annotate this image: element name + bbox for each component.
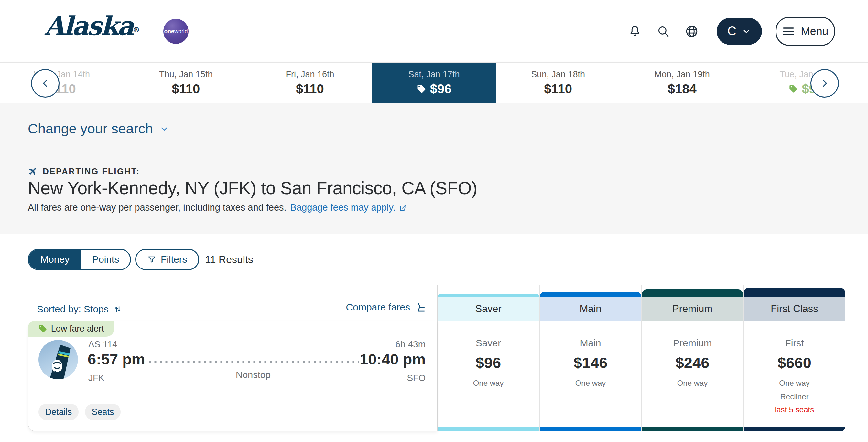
notifications-button[interactable]: [627, 24, 642, 39]
search-icon: [656, 25, 670, 38]
fare-price: $660: [777, 354, 811, 372]
funnel-icon: [147, 255, 156, 264]
chevron-left-icon: [40, 78, 51, 89]
premium-bottom-bar: [642, 427, 743, 431]
globe-icon: [685, 24, 699, 38]
fare-price: $96: [476, 354, 501, 372]
date-price: $110: [172, 82, 200, 96]
date-label: Sun, Jan 18th: [531, 69, 585, 79]
first-class-bottom-bar: [744, 427, 845, 431]
fare-price: $246: [676, 354, 710, 372]
results-count: 11 Results: [205, 249, 253, 270]
saver-bottom-bar: [438, 427, 539, 431]
chevron-right-icon: [819, 78, 830, 89]
departure-time: 6:57 pm: [88, 350, 145, 368]
fare-cell-premium[interactable]: Premium $246 One way: [642, 321, 743, 427]
arrival-airport: SFO: [407, 373, 426, 383]
flight-card: Low fare alert AS 114 6:57 pm JFK Nonsto…: [28, 321, 437, 431]
fare-column-saver: Saver Saver $96 One way: [437, 285, 539, 431]
baggage-fees-link[interactable]: Baggage fees may apply.: [290, 202, 407, 213]
previous-dates-button[interactable]: [31, 69, 60, 98]
column-header-first-class: First Class: [744, 297, 845, 321]
column-header-main: Main: [540, 297, 641, 321]
tag-icon: [416, 84, 426, 94]
fare-column-main: Main Main $146 One way: [539, 285, 641, 431]
fare-column-first-class: First Class First $660 One way Recliner …: [743, 285, 845, 431]
flight-results-page: Alaska® oneworld: [0, 0, 868, 442]
fare-cell-saver[interactable]: Saver $96 One way: [438, 321, 539, 427]
date-cell-tue-jan-20[interactable]: Tue, Jan 20th $96: [744, 63, 868, 103]
change-search-label: Change your search: [28, 121, 153, 137]
fare-note: All fares are one-way per passenger, inc…: [28, 202, 407, 213]
details-button[interactable]: Details: [38, 404, 79, 420]
header-actions: C Menu: [627, 0, 835, 62]
tag-icon: [789, 84, 798, 93]
search-button[interactable]: [656, 24, 671, 39]
language-button[interactable]: [684, 24, 699, 39]
date-cell-mon-jan-19[interactable]: Mon, Jan 19th $184: [620, 63, 744, 103]
fare-cell-first-class[interactable]: First $660 One way Recliner last 5 seats: [744, 321, 845, 427]
menu-label: Menu: [801, 25, 828, 37]
fare-note-label: One way: [677, 379, 708, 388]
flight-number: AS 114: [88, 339, 117, 349]
arrival-time: 10:40 pm: [360, 350, 426, 368]
column-header-premium: Premium: [642, 297, 743, 321]
chevron-down-icon: [159, 124, 169, 134]
departure-airport: JFK: [88, 373, 104, 383]
low-fare-alert-badge: Low fare alert: [28, 321, 115, 337]
first-class-accent-cap: [744, 287, 845, 297]
compare-fares-link[interactable]: Compare fares: [346, 302, 426, 313]
fare-cabin-label: Recliner: [780, 392, 808, 401]
date-label: Fri, Jan 16th: [285, 69, 334, 79]
alaska-logo[interactable]: Alaska®: [44, 13, 140, 39]
stops-label: Nonstop: [147, 370, 359, 380]
column-header-saver: Saver: [438, 297, 539, 321]
logo-registered-mark: ®: [133, 26, 140, 34]
sort-arrows-icon: [113, 305, 122, 314]
divider: [28, 395, 437, 395]
hamburger-icon: [782, 26, 795, 37]
fare-cell-main[interactable]: Main $146 One way: [540, 321, 641, 427]
date-price: $96: [416, 82, 452, 96]
tag-icon: [38, 325, 47, 333]
premium-accent-cap: [642, 290, 743, 297]
date-cell-thu-jan-15[interactable]: Thu, Jan 15th $110: [124, 63, 248, 103]
money-tab[interactable]: Money: [29, 250, 81, 269]
fare-class-label: Premium: [673, 338, 712, 349]
main-bottom-bar: [540, 427, 641, 431]
seats-button[interactable]: Seats: [85, 404, 121, 420]
saver-accent-cap: [438, 294, 539, 297]
airline-tail-logo: [38, 340, 78, 379]
seats-remaining-warning: last 5 seats: [775, 405, 814, 414]
date-cell-sun-jan-18[interactable]: Sun, Jan 18th $110: [496, 63, 620, 103]
flight-duration: 6h 43m: [396, 339, 426, 349]
search-section: Change your search DEPARTING FLIGHT: New…: [0, 103, 868, 234]
divider: [28, 149, 840, 149]
menu-button[interactable]: Menu: [776, 17, 835, 46]
fare-class-label: Main: [580, 338, 601, 349]
sort-control[interactable]: Sorted by: Stops: [37, 304, 122, 315]
date-label: Thu, Jan 15th: [159, 69, 213, 79]
filters-button[interactable]: Filters: [135, 249, 199, 270]
bell-icon: [628, 25, 642, 38]
next-dates-button[interactable]: [810, 69, 839, 98]
logo-text: Alaska: [44, 11, 133, 41]
avatar-initial: C: [727, 24, 736, 38]
points-tab[interactable]: Points: [81, 250, 130, 269]
date-strip: Wed, Jan 14th $110 Thu, Jan 15th $110 Fr…: [0, 62, 868, 103]
account-menu[interactable]: C: [717, 18, 762, 45]
fare-columns: Saver Saver $96 One way Main Main $146 O…: [437, 285, 845, 431]
date-label: Mon, Jan 19th: [655, 69, 710, 79]
external-link-icon: [399, 204, 407, 212]
date-cell-sat-jan-17-selected[interactable]: Sat, Jan 17th $96: [372, 63, 496, 103]
change-search-toggle[interactable]: Change your search: [28, 121, 169, 137]
fare-note-label: One way: [575, 379, 606, 388]
date-label: Sat, Jan 17th: [408, 69, 460, 79]
date-cell-fri-jan-16[interactable]: Fri, Jan 16th $110: [248, 63, 372, 103]
date-price: $110: [544, 82, 572, 96]
fare-note-label: One way: [473, 379, 504, 388]
date-cell-wed-jan-14[interactable]: Wed, Jan 14th $110: [0, 63, 124, 103]
plane-icon: [28, 166, 38, 176]
fare-price: $146: [574, 354, 608, 372]
date-price: $110: [296, 82, 324, 96]
